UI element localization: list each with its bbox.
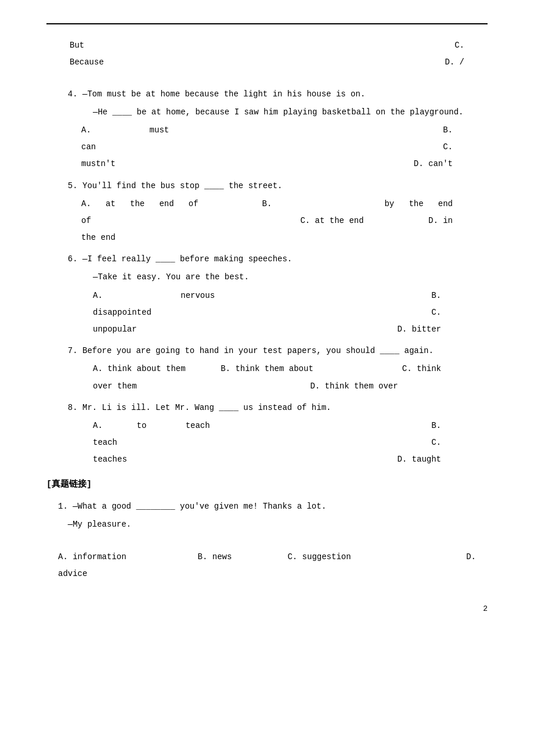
q7-opt-d: D. think them over — [267, 379, 441, 394]
q8-opt-a: A. to teach — [93, 419, 250, 433]
section-header: [真题链接] — [46, 477, 488, 492]
rq1-opt-advice: advice — [46, 567, 488, 581]
q5-opt-a: A. at the end of — [81, 197, 248, 211]
q6-opt-unpopular: unpopular — [93, 322, 250, 337]
q4-opt-mustnt: mustn't — [81, 157, 267, 171]
q8-text: 8. Mr. Li is ill. Let Mr. Wang ____ us i… — [46, 401, 488, 415]
q8-opt-teach: teach — [93, 435, 250, 450]
answer-row-2: Because D. / — [46, 55, 488, 70]
q4-sub: —He ____ be at home, because I saw him p… — [46, 105, 488, 120]
real-question-1: 1. —What a good ________ you've given me… — [46, 499, 488, 582]
question-5: 5. You'll find the bus stop ____ the str… — [46, 179, 488, 246]
answer-but: But — [70, 38, 84, 53]
q4-text: 4. —Tom must be at home because the ligh… — [46, 87, 488, 102]
q4-opt-can: can — [81, 140, 267, 154]
rq1-opt-c: C. suggestion — [267, 550, 371, 564]
q6-sub: —Take it easy. You are the best. — [46, 270, 488, 285]
top-divider — [46, 23, 488, 24]
answer-d: D. / — [445, 55, 464, 70]
question-4: 4. —Tom must be at home because the ligh… — [46, 87, 488, 172]
q7-opt-over-them: over them — [93, 379, 267, 394]
question-6: 6. —I feel really ____ before making spe… — [46, 252, 488, 337]
q5-opt-d-label: D. in — [416, 214, 453, 228]
q6-opt-disappointed: disappointed — [93, 305, 250, 320]
q4-opt-b: B. — [267, 123, 453, 138]
q7-opt-a: A. think about them — [93, 362, 208, 376]
answer-because: Because — [70, 55, 104, 70]
q7-opt-c: C. think — [326, 362, 441, 376]
q4-opt-d: D. can't — [267, 157, 453, 171]
q8-opt-b-label: B. — [250, 419, 441, 433]
page-number: 2 — [46, 604, 488, 613]
q4-opt-a: A. must — [81, 123, 267, 138]
q5-opt-c: C. at the end — [248, 214, 416, 228]
q6-opt-b: B. — [250, 289, 441, 303]
answer-c: C. — [454, 38, 464, 53]
answer-row-1: But C. — [46, 38, 488, 53]
rq1-opt-d-label: D. — [371, 550, 476, 564]
q5-text: 5. You'll find the bus stop ____ the str… — [46, 179, 488, 193]
q4-opt-c-label: C. — [267, 140, 453, 154]
q6-text: 6. —I feel really ____ before making spe… — [46, 252, 488, 267]
rq1-opt-b: B. news — [163, 550, 267, 564]
q8-opt-teaches: teaches — [93, 452, 250, 467]
content-area: But C. Because D. / 4. —Tom must be at h… — [46, 23, 488, 613]
q6-opt-d: D. bitter — [250, 322, 441, 337]
q5-opt-b: by the end — [286, 197, 453, 211]
question-7: 7. Before you are going to hand in your … — [46, 344, 488, 394]
rq1-text: 1. —What a good ________ you've given me… — [46, 499, 488, 514]
q6-opt-c-label: C. — [250, 305, 441, 320]
q5-opt-b-label: B. — [248, 197, 286, 211]
q8-opt-c-label: C. — [250, 435, 441, 450]
q7-opt-b: B. think them about — [208, 362, 326, 376]
q6-opt-a: A. nervous — [93, 289, 250, 303]
rq1-sub: —My pleasure. — [46, 517, 488, 532]
question-8: 8. Mr. Li is ill. Let Mr. Wang ____ us i… — [46, 401, 488, 467]
q7-text: 7. Before you are going to hand in your … — [46, 344, 488, 358]
q5-opt-d-end: the end — [81, 231, 116, 245]
q5-opt-c-of: of — [81, 214, 248, 228]
q8-opt-d: D. taught — [250, 452, 441, 467]
rq1-opt-a: A. information — [58, 550, 163, 564]
